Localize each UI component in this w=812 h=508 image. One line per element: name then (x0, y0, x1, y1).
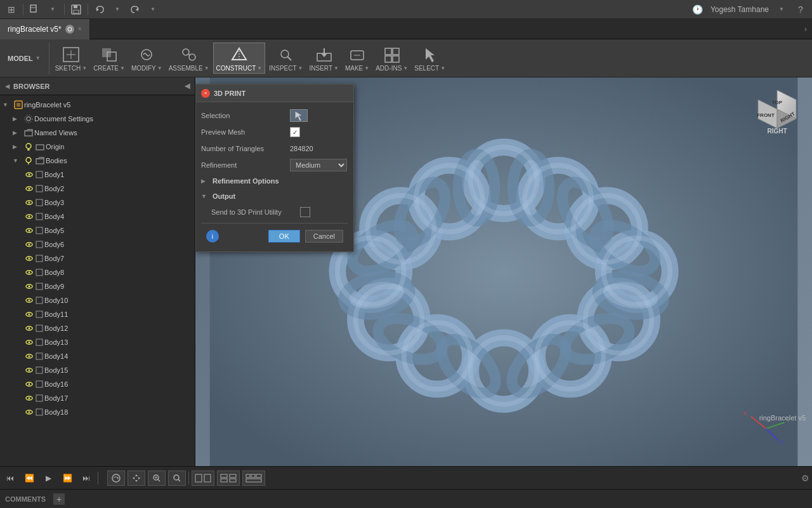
body-check-icon[interactable] (34, 365, 44, 375)
tree-item-body6[interactable]: Body6 (0, 237, 195, 251)
tree-item-body1[interactable]: Body1 (0, 168, 195, 182)
body-eye-icon[interactable] (24, 337, 34, 347)
tab-close-icon[interactable]: × (78, 25, 82, 32)
body-check-icon[interactable] (34, 211, 44, 222)
tabbar-scroll-arrow[interactable]: › (804, 25, 812, 34)
grid-multi-btn[interactable] (242, 471, 265, 486)
file-dropdown-icon[interactable]: ▼ (46, 3, 59, 16)
body-check-icon[interactable] (34, 309, 44, 319)
browser-collapse-icon[interactable]: ◀ (185, 82, 190, 90)
tree-item-body10[interactable]: Body10 (0, 293, 195, 307)
viewcube[interactable]: TOP FRONT RIGHT RIGHT (749, 84, 806, 141)
construct-group[interactable]: CONSTRUCT ▼ (213, 43, 266, 74)
construct-icon[interactable] (228, 44, 251, 65)
tree-item-body2[interactable]: Body2 (0, 182, 195, 196)
anim-back-btn[interactable]: ⏮ (3, 471, 18, 486)
tree-item-origin[interactable]: Origin (0, 140, 195, 154)
tree-item-body7[interactable]: Body7 (0, 251, 195, 265)
anim-forward-btn[interactable]: ⏭ (79, 471, 94, 486)
comments-add-btn[interactable]: + (53, 493, 65, 505)
body-check-icon[interactable] (34, 407, 44, 417)
body-check-icon[interactable] (34, 351, 44, 361)
refinement-dropdown[interactable]: Medium Coarse Fine Custom (290, 159, 347, 171)
redo-icon[interactable] (129, 3, 141, 16)
body-check-icon[interactable] (34, 197, 44, 208)
grid-view-btn[interactable] (192, 471, 214, 486)
body-check-icon[interactable] (34, 379, 44, 389)
clock-icon[interactable]: 🕐 (691, 3, 704, 16)
body-check-icon[interactable] (34, 393, 44, 403)
grid-toggle-btn[interactable] (217, 471, 240, 486)
model-menu[interactable]: MODEL ▼ (3, 41, 46, 76)
save-icon[interactable] (70, 3, 82, 16)
tree-item-body5[interactable]: Body5 (0, 224, 195, 237)
tree-item-namedviews[interactable]: Named Views (0, 126, 195, 140)
anim-prev-btn[interactable]: ⏪ (22, 471, 37, 486)
dialog-close-btn[interactable]: × (201, 89, 210, 98)
anim-play-btn[interactable]: ▶ (41, 471, 56, 486)
body-check-icon[interactable] (34, 170, 44, 180)
selection-pick-btn[interactable] (290, 109, 308, 122)
inspect-icon[interactable] (275, 44, 298, 65)
user-name[interactable]: Yogesh Tamhane (710, 5, 769, 14)
undo-icon[interactable] (93, 3, 106, 16)
body-check-icon[interactable] (34, 295, 44, 305)
tree-item-body18[interactable]: Body18 (0, 405, 195, 419)
user-dropdown-icon[interactable]: ▼ (775, 3, 788, 16)
bodies-arrow[interactable] (13, 157, 22, 164)
zoom-fit-btn[interactable] (168, 471, 186, 486)
body-eye-icon[interactable] (24, 281, 34, 291)
refinement-options-section[interactable]: Refinement Options (201, 173, 348, 189)
body-eye-icon[interactable] (24, 170, 34, 180)
tree-item-body4[interactable]: Body4 (0, 210, 195, 224)
body-eye-icon[interactable] (24, 267, 34, 277)
tree-item-body3[interactable]: Body3 (0, 196, 195, 210)
viewport[interactable]: × 3D PRINT Selection Preview Mesh (195, 77, 812, 466)
make-group[interactable]: MAKE ▼ (343, 43, 372, 73)
modify-group[interactable]: MODIFY ▼ (129, 43, 165, 73)
tree-item-docsettings[interactable]: Document Settings (0, 112, 195, 126)
dialog-ok-btn[interactable]: OK (268, 230, 300, 243)
assemble-icon[interactable] (178, 44, 200, 65)
tree-item-body15[interactable]: Body15 (0, 363, 195, 377)
insert-icon[interactable] (313, 44, 336, 65)
body-check-icon[interactable] (34, 281, 44, 291)
body-eye-icon[interactable] (24, 239, 34, 250)
addins-icon[interactable] (381, 44, 403, 65)
body-eye-icon[interactable] (24, 253, 34, 264)
zoom-tool-btn[interactable] (148, 471, 166, 486)
docsettings-arrow[interactable] (13, 116, 22, 122)
tree-item-bodies[interactable]: Bodies (0, 154, 195, 168)
root-expand-arrow[interactable] (3, 102, 11, 108)
body-check-icon[interactable] (34, 225, 44, 236)
help-icon[interactable]: ? (794, 3, 807, 16)
tree-item-body14[interactable]: Body14 (0, 349, 195, 363)
body-eye-icon[interactable] (24, 379, 34, 389)
file-tab[interactable]: ringBracelet v5* × (0, 19, 90, 39)
tree-item-body12[interactable]: Body12 (0, 321, 195, 335)
dialog-cancel-btn[interactable]: Cancel (305, 230, 343, 243)
origin-arrow[interactable] (13, 144, 22, 150)
tree-item-body8[interactable]: Body8 (0, 265, 195, 279)
body-eye-icon[interactable] (24, 323, 34, 333)
assemble-group[interactable]: ASSEMBLE ▼ (166, 43, 212, 73)
body-check-icon[interactable] (34, 239, 44, 250)
body-eye-icon[interactable] (24, 365, 34, 375)
tab-settings-icon[interactable] (65, 25, 74, 34)
body-eye-icon[interactable] (24, 184, 34, 194)
tree-item-body17[interactable]: Body17 (0, 391, 195, 405)
body-check-icon[interactable] (34, 184, 44, 194)
send3d-checkbox[interactable] (300, 207, 310, 217)
anim-next-btn[interactable]: ⏩ (60, 471, 75, 486)
app-grid-icon[interactable]: ⊞ (5, 3, 18, 16)
body-check-icon[interactable] (34, 337, 44, 347)
tree-item-body11[interactable]: Body11 (0, 307, 195, 321)
tree-item-body16[interactable]: Body16 (0, 377, 195, 391)
undo-dropdown-icon[interactable]: ▼ (111, 3, 124, 16)
body-check-icon[interactable] (34, 323, 44, 333)
modify-icon[interactable] (135, 44, 158, 65)
body-eye-icon[interactable] (24, 211, 34, 222)
pan-tool-btn[interactable] (128, 471, 145, 486)
output-section[interactable]: Output (201, 189, 348, 204)
body-eye-icon[interactable] (24, 407, 34, 417)
